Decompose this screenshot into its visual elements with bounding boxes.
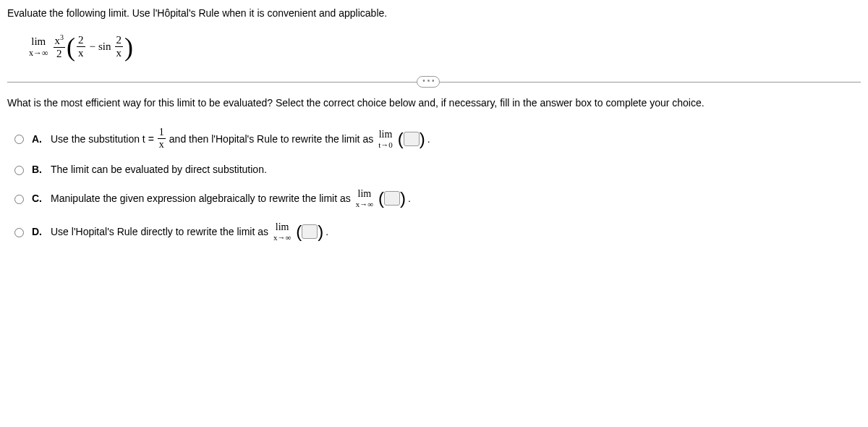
frac-den: 2 [54, 48, 66, 60]
option-a-input-group: ( ) [398, 130, 425, 148]
option-c-period: . [408, 193, 411, 204]
option-c-row: C. Manipulate the given expression algeb… [11, 188, 861, 208]
option-a-row: A. Use the substitution t = 1 x and then… [11, 127, 861, 151]
right-paren-icon: ) [400, 190, 406, 207]
option-d-lim-approach: x→∞ [273, 233, 291, 242]
option-c-radio[interactable] [14, 195, 24, 204]
left-paren-icon: ( [398, 130, 404, 148]
problem-statement: Evaluate the following limit. Use l'Hôpi… [7, 7, 861, 19]
left-paren-icon: ( [378, 190, 384, 207]
right-paren-icon: ) [318, 223, 323, 240]
option-c-lim-label: lim [356, 188, 373, 200]
option-a-lim-approach: t→0 [378, 140, 393, 149]
option-c-input-group: ( ) [378, 190, 406, 207]
option-a-text1: Use the substitution t = [51, 133, 154, 145]
option-d-radio[interactable] [14, 228, 24, 237]
option-a-frac-num: 1 [158, 127, 166, 139]
minus-sign: − [90, 41, 95, 53]
right-paren: ) [124, 34, 133, 60]
option-d-label: D. [32, 226, 42, 237]
inner-frac2-den: x [115, 47, 124, 59]
option-a-period: . [427, 133, 430, 145]
option-d-answer-input[interactable] [302, 224, 318, 239]
inner-frac1-den: x [77, 47, 85, 59]
sin-label: sin [98, 41, 111, 53]
option-b-text: The limit can be evaluated by direct sub… [51, 164, 267, 175]
option-a-lim-label: lim [378, 129, 393, 140]
option-a-text2: and then l'Hopital's Rule to rewrite the… [169, 133, 373, 145]
option-c-lim-approach: x→∞ [356, 200, 373, 208]
option-d-row: D. Use l'Hopital's Rule directly to rewr… [11, 221, 861, 242]
option-a-frac-den: x [158, 139, 166, 151]
lim-label: lim [29, 35, 48, 48]
frac-num: x [55, 35, 61, 46]
lim-approach: x→∞ [29, 48, 48, 59]
options-group: A. Use the substitution t = 1 x and then… [11, 127, 861, 242]
option-d-lim-label: lim [273, 221, 291, 233]
option-d-text: Use l'Hopital's Rule directly to rewrite… [51, 226, 268, 237]
option-c-text: Manipulate the given expression algebrai… [51, 193, 351, 204]
left-paren-icon: ( [296, 223, 302, 240]
option-a-answer-input[interactable] [404, 132, 420, 146]
limit-expression: lim x→∞ x3 2 ( 2 x − sin 2 x ) [29, 33, 861, 60]
question-text: What is the most efficient way for this … [7, 97, 861, 109]
inner-frac2-num: 2 [115, 34, 124, 47]
right-paren-icon: ) [420, 130, 425, 148]
option-a-label: A. [32, 133, 42, 145]
option-b-row: B. The limit can be evaluated by direct … [11, 164, 861, 175]
option-a-radio[interactable] [14, 135, 24, 144]
ellipsis-widget[interactable]: • • • [417, 76, 440, 88]
frac-num-sup: 3 [60, 33, 64, 41]
option-b-radio[interactable] [14, 166, 24, 175]
left-paren: ( [67, 34, 75, 60]
option-b-label: B. [32, 164, 42, 175]
option-c-label: C. [32, 193, 42, 204]
inner-frac1-num: 2 [77, 34, 85, 47]
option-c-answer-input[interactable] [384, 191, 400, 206]
option-d-input-group: ( ) [296, 223, 323, 240]
option-d-period: . [326, 226, 328, 237]
